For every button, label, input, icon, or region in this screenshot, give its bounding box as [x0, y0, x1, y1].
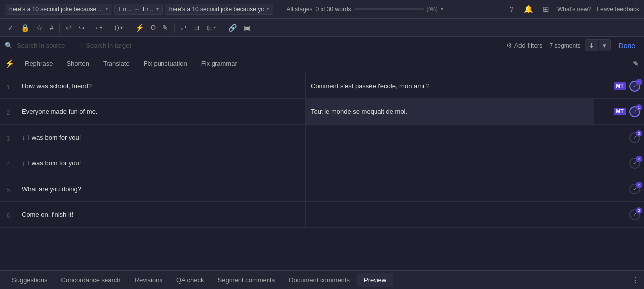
whats-new-link[interactable]: What's new? [557, 6, 591, 13]
search-source-input[interactable] [17, 42, 76, 49]
leave-feedback-link[interactable]: Leave feedback [597, 6, 639, 13]
lang-pair-chevron: ▾ [156, 6, 159, 12]
source-doc-label: here's a 10 second joke because ... [9, 6, 103, 13]
check-wrap: ✓ 2 [629, 209, 640, 220]
seg-source-text: Everyone made fun of me. [22, 108, 97, 115]
link-btn[interactable]: 🔗 [225, 22, 240, 34]
mt-badge: MT [614, 108, 626, 115]
merge-btn[interactable]: ⇇ ▾ [204, 22, 219, 34]
seg-source[interactable]: ↓ I was born for you! [17, 125, 306, 150]
ai-tab-fix-punctuation[interactable]: Fix punctuation [137, 57, 194, 70]
stages-chevron[interactable]: ▾ [441, 6, 443, 12]
glossary-btn[interactable]: Ω [148, 22, 159, 34]
flip-btn[interactable]: ⇄ [178, 22, 190, 34]
tab-preview[interactable]: Preview [357, 273, 393, 287]
split-btn[interactable]: ⇉ [191, 22, 203, 34]
ai-lightning-icon: ⚡ [5, 59, 15, 68]
seg-source-text: How was school, friend? [22, 82, 92, 90]
seg-target[interactable] [306, 176, 594, 201]
seg-source[interactable]: What are you doing? [17, 176, 306, 201]
tab-qa-check[interactable]: QA check [169, 273, 211, 287]
seg-source[interactable]: How was school, friend? [17, 73, 306, 98]
download-more-btn[interactable]: ▾ [599, 40, 610, 51]
warning-arrow-icon: ↓ [22, 134, 25, 141]
sep5 [222, 23, 222, 33]
seg-source[interactable]: ↓ I was born for you! [17, 150, 306, 176]
copy-source-btn[interactable]: → ▾ [89, 22, 105, 34]
edit-mode-btn[interactable]: ✎ [160, 22, 171, 34]
badge-num: 1 [636, 104, 642, 111]
seg-meta: MT ✓ 1 [594, 73, 644, 98]
redo-btn[interactable]: ↪ [76, 22, 88, 34]
seg-meta: MT ✓ 1 [594, 99, 644, 124]
download-btn-group: ⬇ ▾ [585, 39, 611, 51]
filter-icon: ⚙ [506, 42, 512, 49]
check-wrap: ✓ 2 [629, 158, 640, 169]
tab-concordance-search[interactable]: Concordance search [54, 273, 128, 287]
lang-right-label: Fr... [143, 6, 153, 13]
sep4 [174, 23, 175, 33]
hashtag-btn[interactable]: # [47, 22, 56, 34]
add-filters-btn[interactable]: ⚙ Add filters [503, 40, 546, 50]
lang-pair-dropdown[interactable]: En... → Fr... ▾ [114, 4, 162, 15]
search-icon: 🔍 [5, 42, 13, 49]
confirm-btn[interactable]: ✓ [5, 22, 17, 34]
seg-target-text: Comment s'est passée l'école, mon ami ? [311, 82, 429, 90]
seg-meta: ✓ 2 [594, 202, 644, 227]
seg-target[interactable] [306, 125, 594, 150]
tab-segment-comments[interactable]: Segment comments [211, 273, 282, 287]
seg-source-text: Come on, finish it! [22, 211, 73, 218]
tab-document-comments[interactable]: Document comments [282, 273, 357, 287]
seg-num: 2 [0, 99, 17, 124]
seg-num: 6 [0, 202, 17, 227]
ai-tab-rephrase[interactable]: Rephrase [18, 57, 59, 70]
badge-num: 2 [636, 130, 642, 137]
done-btn[interactable]: Done [615, 40, 639, 51]
table-row: 3 ↓ I was born for you! ✓ 2 [0, 125, 644, 150]
bottom-tab-bar: Suggestions Concordance search Revisions… [0, 270, 644, 289]
ai-tab-fix-grammar[interactable]: Fix grammar [194, 57, 244, 70]
edit-icon-right[interactable]: ✎ [633, 59, 639, 68]
top-bar-center: All stages 0 of 30 words (0%) ▾ [273, 6, 456, 13]
columns-btn[interactable]: ▣ [241, 22, 253, 34]
seg-num: 4 [0, 150, 17, 176]
bookmark-btn[interactable]: ☆ [33, 22, 46, 34]
source-doc-dropdown[interactable]: here's a 10 second joke because ... ▾ [5, 4, 112, 15]
seg-source[interactable]: Everyone made fun of me. [17, 99, 306, 124]
lock-btn[interactable]: 🔒 [18, 22, 32, 34]
lang-left-label: En... [119, 6, 131, 13]
seg-num: 3 [0, 125, 17, 150]
bottom-more-icon[interactable]: ⋮ [631, 275, 639, 285]
tab-suggestions[interactable]: Suggestions [5, 273, 54, 287]
settings-icon-btn[interactable]: ⊞ [541, 4, 551, 15]
seg-source-text: I was born for you! [28, 134, 81, 141]
seg-meta: ✓ 2 [594, 176, 644, 201]
seg-num: 1 [0, 73, 17, 98]
search-target-input[interactable] [86, 42, 150, 49]
help-icon-btn[interactable]: ? [508, 4, 516, 14]
seg-source-text: What are you doing? [22, 185, 81, 193]
table-row: 5 What are you doing? ✓ 2 [0, 176, 644, 202]
target-doc-dropdown[interactable]: here's a 10 second joke because yc ▾ [165, 4, 273, 15]
seg-source[interactable]: Come on, finish it! [17, 202, 306, 227]
seg-target[interactable]: Comment s'est passée l'école, mon ami ? [306, 73, 594, 98]
seg-target[interactable]: Tout le monde se moquait de moi. [306, 99, 594, 124]
top-bar-left: here's a 10 second joke because ... ▾ En… [5, 4, 273, 15]
seg-meta: ✓ 2 [594, 125, 644, 150]
top-bar-right: ? 🔔 ⊞ What's new? Leave feedback [456, 4, 639, 15]
seg-target[interactable] [306, 150, 594, 176]
insert-tag-btn[interactable]: ⟨⟩ ▾ [111, 22, 126, 34]
badge-num: 1 [636, 79, 642, 85]
seg-target[interactable] [306, 202, 594, 227]
target-doc-label: here's a 10 second joke because yc [169, 6, 264, 13]
notifications-icon-btn[interactable]: 🔔 [522, 4, 535, 15]
search-bar-right: ⚙ Add filters 7 segments ⬇ ▾ Done [503, 39, 639, 51]
download-btn[interactable]: ⬇ [585, 40, 598, 51]
ai-assist-btn[interactable]: ⚡ [132, 22, 147, 34]
ai-tab-shorten[interactable]: Shorten [59, 57, 96, 70]
top-bar: here's a 10 second joke because ... ▾ En… [0, 0, 644, 19]
undo-btn[interactable]: ↩ [63, 22, 75, 34]
tab-revisions[interactable]: Revisions [128, 273, 169, 287]
ai-tab-translate[interactable]: Translate [96, 57, 137, 70]
add-filters-label: Add filters [514, 42, 543, 49]
